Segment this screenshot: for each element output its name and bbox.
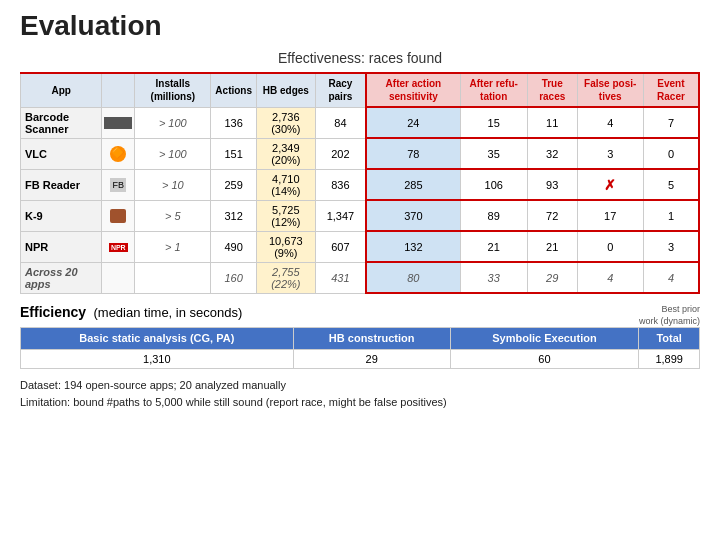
col-header-false: False posi- tives (577, 73, 643, 107)
app-icon-cell: NPR (102, 231, 135, 262)
vlc-icon: 🔶 (110, 146, 126, 162)
page-title: Evaluation (20, 10, 700, 42)
after-refu-cell: 89 (460, 200, 527, 231)
col-header-after-action: After action sensitivity (366, 73, 460, 107)
after-refu-cell: 35 (460, 138, 527, 169)
efficiency-title: Efficiency (20, 304, 86, 320)
hb-edges-cell: 2,736 (30%) (257, 107, 316, 138)
true-races-cell: 72 (527, 200, 577, 231)
true-races-cell: 93 (527, 169, 577, 200)
hb-edges-cell: 2,755 (22%) (257, 262, 316, 293)
true-races-cell: 11 (527, 107, 577, 138)
app-name-cell: NPR (21, 231, 102, 262)
effectiveness-table: App Installs (millions) Actions HB edges… (20, 72, 700, 294)
efficiency-table: Basic static analysis (CG, PA)HB constru… (20, 327, 700, 368)
col-header-racy: Racy pairs (315, 73, 366, 107)
actions-cell: 312 (211, 200, 257, 231)
after-action-cell: 370 (366, 200, 460, 231)
after-action-cell: 80 (366, 262, 460, 293)
actions-cell: 490 (211, 231, 257, 262)
racy-pairs-cell: 1,347 (315, 200, 366, 231)
false-positives-cell: 0 (577, 231, 643, 262)
app-icon-cell (102, 200, 135, 231)
app-icon-cell (102, 262, 135, 293)
cross-icon: ✗ (604, 177, 616, 193)
col-header-event: Event Racer (643, 73, 699, 107)
efficiency-note: Best prior work (dynamic) (639, 304, 700, 327)
false-positives-cell: 17 (577, 200, 643, 231)
app-icon-cell: FB (102, 169, 135, 200)
false-positives-cell: ✗ (577, 169, 643, 200)
installs-cell: > 100 (135, 138, 211, 169)
k9-icon (110, 209, 126, 223)
racy-pairs-cell: 84 (315, 107, 366, 138)
app-icon-cell: 🔶 (102, 138, 135, 169)
eff-col-header-1: HB construction (293, 328, 450, 349)
col-header-true: True races (527, 73, 577, 107)
after-action-cell: 24 (366, 107, 460, 138)
fb-icon: FB (110, 178, 126, 192)
app-icon-cell (102, 107, 135, 138)
event-racer-cell: 3 (643, 231, 699, 262)
col-header-app: App (21, 73, 102, 107)
true-races-cell: 29 (527, 262, 577, 293)
hb-edges-cell: 5,725 (12%) (257, 200, 316, 231)
after-action-cell: 285 (366, 169, 460, 200)
event-racer-cell: 1 (643, 200, 699, 231)
dataset-notes: Dataset: 194 open-source apps; 20 analyz… (20, 377, 700, 412)
installs-cell (135, 262, 211, 293)
true-races-cell: 32 (527, 138, 577, 169)
app-name-cell: FB Reader (21, 169, 102, 200)
eff-col-value-3: 1,899 (639, 349, 700, 368)
col-header-installs: Installs (millions) (135, 73, 211, 107)
after-refu-cell: 21 (460, 231, 527, 262)
eff-col-header-3: Total (639, 328, 700, 349)
col-header-hb: HB edges (257, 73, 316, 107)
event-racer-cell: 0 (643, 138, 699, 169)
actions-cell: 136 (211, 107, 257, 138)
hb-edges-cell: 2,349 (20%) (257, 138, 316, 169)
actions-cell: 160 (211, 262, 257, 293)
eff-col-header-2: Symbolic Execution (450, 328, 639, 349)
eff-col-value-2: 60 (450, 349, 639, 368)
event-racer-cell: 7 (643, 107, 699, 138)
actions-cell: 151 (211, 138, 257, 169)
barcode-icon (104, 117, 132, 129)
hb-edges-cell: 10,673 (9%) (257, 231, 316, 262)
eff-col-header-0: Basic static analysis (CG, PA) (21, 328, 294, 349)
installs-cell: > 10 (135, 169, 211, 200)
app-name-cell: Barcode Scanner (21, 107, 102, 138)
racy-pairs-cell: 431 (315, 262, 366, 293)
after-refu-cell: 106 (460, 169, 527, 200)
after-action-cell: 132 (366, 231, 460, 262)
effectiveness-subtitle: Effectiveness: races found (20, 50, 700, 66)
col-header-actions: Actions (211, 73, 257, 107)
eff-col-value-0: 1,310 (21, 349, 294, 368)
app-name-cell: Across 20 apps (21, 262, 102, 293)
after-action-cell: 78 (366, 138, 460, 169)
installs-cell: > 1 (135, 231, 211, 262)
after-refu-cell: 15 (460, 107, 527, 138)
event-racer-cell: 5 (643, 169, 699, 200)
true-races-cell: 21 (527, 231, 577, 262)
after-refu-cell: 33 (460, 262, 527, 293)
eff-col-value-1: 29 (293, 349, 450, 368)
actions-cell: 259 (211, 169, 257, 200)
installs-cell: > 100 (135, 107, 211, 138)
app-name-cell: VLC (21, 138, 102, 169)
false-positives-cell: 4 (577, 262, 643, 293)
efficiency-subtitle: (median time, in seconds) (93, 305, 242, 320)
event-racer-cell: 4 (643, 262, 699, 293)
racy-pairs-cell: 202 (315, 138, 366, 169)
installs-cell: > 5 (135, 200, 211, 231)
hb-edges-cell: 4,710 (14%) (257, 169, 316, 200)
col-header-after-refu: After refu- tation (460, 73, 527, 107)
false-positives-cell: 3 (577, 138, 643, 169)
col-header-icon (102, 73, 135, 107)
racy-pairs-cell: 836 (315, 169, 366, 200)
app-name-cell: K-9 (21, 200, 102, 231)
false-positives-cell: 4 (577, 107, 643, 138)
racy-pairs-cell: 607 (315, 231, 366, 262)
npr-icon: NPR (109, 243, 128, 252)
